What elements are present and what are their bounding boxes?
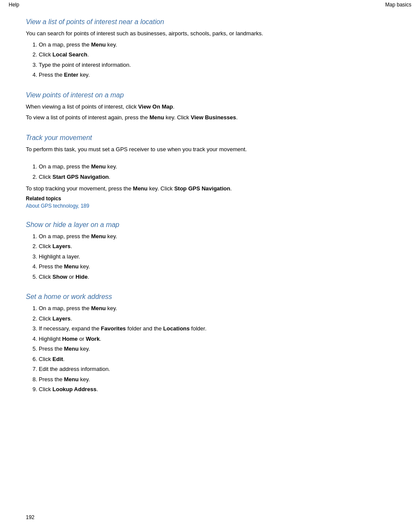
list-item: Click Layers. bbox=[39, 314, 394, 323]
section-view-poi-map: View points of interest on a map When vi… bbox=[26, 91, 394, 122]
keyword: Home bbox=[62, 336, 78, 342]
keyword: Menu bbox=[91, 163, 106, 170]
list-item: Click Show or Hide. bbox=[39, 273, 394, 281]
list-item: On a map, press the Menu key. bbox=[39, 232, 394, 241]
keyword: Menu bbox=[91, 305, 106, 311]
section-show-hide-layer: Show or hide a layer on a map On a map, … bbox=[26, 221, 394, 281]
list-item: Click Start GPS Navigation. bbox=[39, 173, 394, 181]
main-content: View a list of points of interest near a… bbox=[0, 9, 420, 423]
keyword: Work bbox=[86, 336, 100, 342]
para-track-stop: To stop tracking your movement, press th… bbox=[26, 184, 394, 193]
keyword: Show bbox=[53, 274, 68, 280]
keyword: Layers bbox=[53, 243, 71, 249]
list-item: Press the Enter key. bbox=[39, 71, 394, 79]
section-set-home-work: Set a home or work address On a map, pre… bbox=[26, 293, 394, 394]
list-item: Edit the address information. bbox=[39, 365, 394, 373]
para-view-poi-2: To view a list of points of interest aga… bbox=[26, 113, 394, 122]
list-item: On a map, press the Menu key. bbox=[39, 40, 394, 49]
section-title-set-home-work: Set a home or work address bbox=[26, 293, 394, 301]
section-intro-track: To perform this task, you must set a GPS… bbox=[26, 145, 394, 154]
steps-view-list-poi: On a map, press the Menu key. Click Loca… bbox=[39, 40, 394, 79]
keyword: Menu bbox=[133, 185, 148, 192]
keyword: Start GPS Navigation bbox=[53, 174, 109, 180]
list-item: Click Local Search. bbox=[39, 50, 394, 59]
list-item: Type the point of interest information. bbox=[39, 61, 394, 69]
para-view-poi-1: When viewing a list of points of interes… bbox=[26, 103, 394, 111]
keyword: Layers bbox=[53, 315, 71, 322]
section-view-list-poi: View a list of points of interest near a… bbox=[26, 18, 394, 79]
list-item: Click Edit. bbox=[39, 355, 394, 364]
keyword: Menu bbox=[91, 41, 106, 48]
keyword: Menu bbox=[149, 114, 164, 121]
list-item: Press the Menu key. bbox=[39, 345, 394, 353]
keyword: Menu bbox=[64, 376, 79, 383]
list-item: On a map, press the Menu key. bbox=[39, 162, 394, 171]
keyword: Hide bbox=[75, 274, 87, 280]
keyword: Local Search bbox=[53, 51, 87, 58]
keyword: Menu bbox=[64, 345, 79, 352]
section-title-view-list-poi: View a list of points of interest near a… bbox=[26, 18, 394, 26]
section-title-track-movement: Track your movement bbox=[26, 134, 394, 142]
keyword: Menu bbox=[64, 263, 79, 270]
section-title-view-poi-map: View points of interest on a map bbox=[26, 91, 394, 99]
list-item: Highlight a layer. bbox=[39, 252, 394, 261]
keyword: View On Map bbox=[138, 103, 173, 110]
keyword: View Businesses bbox=[191, 114, 236, 121]
list-item: Click Layers. bbox=[39, 242, 394, 251]
list-item: Highlight Home or Work. bbox=[39, 335, 394, 343]
list-item: Press the Menu key. bbox=[39, 262, 394, 271]
section-title-show-hide: Show or hide a layer on a map bbox=[26, 221, 394, 229]
keyword: Locations bbox=[163, 325, 190, 332]
keyword: Stop GPS Navigation bbox=[174, 185, 230, 192]
list-item: If necessary, expand the Favorites folde… bbox=[39, 324, 394, 333]
page-footer: 192 bbox=[26, 514, 34, 520]
keyword: Favorites bbox=[101, 325, 126, 332]
related-link-gps[interactable]: About GPS technology, 189 bbox=[26, 203, 89, 209]
steps-track-movement: On a map, press the Menu key. Click Star… bbox=[39, 162, 394, 181]
steps-show-hide: On a map, press the Menu key. Click Laye… bbox=[39, 232, 394, 281]
keyword: Lookup Address bbox=[53, 386, 96, 392]
list-item: Click Lookup Address. bbox=[39, 385, 394, 394]
keyword: Edit bbox=[53, 356, 63, 362]
page-number: 192 bbox=[26, 514, 34, 520]
section-track-movement: Track your movement To perform this task… bbox=[26, 134, 394, 209]
header-left: Help bbox=[9, 2, 19, 8]
steps-set-home-work: On a map, press the Menu key. Click Laye… bbox=[39, 304, 394, 394]
keyword: Enter bbox=[64, 72, 78, 78]
list-item: Press the Menu key. bbox=[39, 375, 394, 384]
section-intro-view-list-poi: You can search for points of interest su… bbox=[26, 29, 394, 38]
related-topics-label: Related topics bbox=[26, 196, 394, 202]
list-item: On a map, press the Menu key. bbox=[39, 304, 394, 313]
keyword: Menu bbox=[91, 233, 106, 240]
header-right: Map basics bbox=[385, 2, 411, 8]
